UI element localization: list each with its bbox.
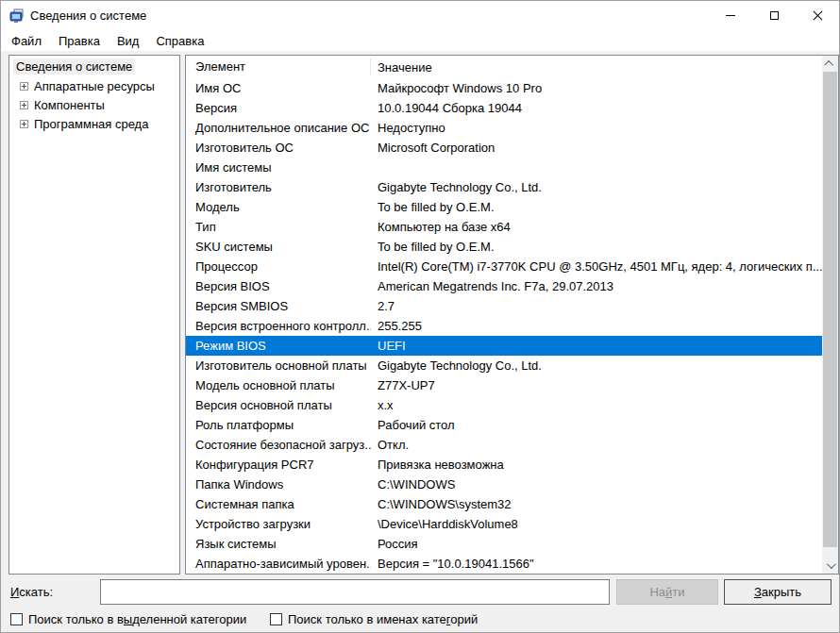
table-row[interactable]: Изготовитель ОСMicrosoft Corporation (186, 138, 822, 158)
table-row[interactable]: МодельTo be filled by O.E.M. (186, 197, 822, 217)
value-cell: C:\WINDOWS (371, 475, 822, 494)
scroll-up-icon[interactable] (822, 56, 838, 72)
tree-item-label: Программная среда (34, 117, 148, 131)
item-cell: Версия (186, 98, 371, 118)
value-cell: Рабочий стол (371, 415, 822, 435)
table-row[interactable]: Аппаратно-зависимый уровен...Версия = "1… (186, 554, 822, 574)
menu-item-1[interactable]: Файл (3, 32, 50, 50)
value-cell: x.x (371, 395, 822, 415)
item-cell: Дополнительное описание ОС (186, 118, 371, 138)
item-cell: Имя системы (186, 158, 371, 177)
value-cell: \Device\HarddiskVolume8 (371, 514, 822, 534)
item-cell: Язык системы (186, 534, 371, 554)
checkbox-selected-category[interactable] (10, 613, 23, 625)
search-label: Искать: (10, 585, 53, 599)
table-row[interactable]: Версия SMBIOS2.7 (186, 296, 822, 316)
table-row[interactable]: Режим BIOSUEFI (186, 336, 822, 356)
title-bar: Сведения о системе (1, 1, 839, 30)
system-info-window: Сведения о системе ФайлПравкаВидСправка … (0, 0, 840, 633)
table-row[interactable]: Версия встроенного контролл...255.255 (186, 316, 822, 336)
label-text: деленной категории (132, 612, 246, 626)
expand-plus-icon[interactable] (20, 82, 28, 91)
label-text: ы (124, 612, 132, 626)
system-summary-panel: Элемент Значение Имя ОСМайкрософт Window… (185, 55, 839, 575)
summary-table: Элемент Значение Имя ОСМайкрософт Window… (186, 56, 822, 574)
maximize-button[interactable] (752, 1, 796, 30)
value-cell: Z77X-UP7 (371, 375, 822, 395)
table-row[interactable]: Модель основной платыZ77X-UP7 (186, 375, 822, 395)
item-cell: Модель основной платы (186, 375, 371, 395)
item-cell: Изготовитель (186, 177, 371, 197)
category-tree-panel: Сведения о системе Аппаратные ресурсыКом… (8, 55, 180, 575)
tree-item-system-info[interactable]: Сведения о системе (13, 58, 135, 75)
item-cell: Конфигурация PCR7 (186, 455, 371, 475)
close-button[interactable] (796, 1, 839, 30)
table-row[interactable]: Дополнительное описание ОСНедоступно (186, 118, 822, 138)
value-cell: To be filled by O.E.M. (371, 237, 822, 257)
search-input[interactable] (100, 579, 610, 605)
table-row[interactable]: Состояние безопасной загруз...Откл. (186, 435, 822, 455)
table-row[interactable]: Папка WindowsC:\WINDOWS (186, 475, 822, 494)
item-cell: Модель (186, 197, 371, 217)
table-body: Имя ОСМайкрософт Windows 10 ProВерсия10.… (186, 78, 822, 574)
label-text: орий (450, 612, 478, 626)
value-cell: Привязка невозможна (371, 455, 822, 475)
item-cell: Версия основной платы (186, 395, 371, 415)
table-row[interactable]: Версия основной платыx.x (186, 395, 822, 415)
label-text: ти (672, 585, 684, 599)
scrollbar-thumb[interactable] (823, 72, 837, 547)
value-cell: Компьютер на базе x64 (371, 217, 822, 237)
item-cell: Аппаратно-зависимый уровен... (186, 554, 371, 574)
item-cell: Системная папка (186, 494, 371, 514)
table-row[interactable]: Версия10.0.19044 Сборка 19044 (186, 98, 822, 118)
table-row[interactable]: Язык системыРоссия (186, 534, 822, 554)
table-row[interactable]: ПроцессорIntel(R) Core(TM) i7-3770K CPU … (186, 257, 822, 276)
checkbox-category-names-label: Поиск только в именах категорий (288, 612, 478, 626)
label-text: Поиск только в именах кате (288, 612, 446, 626)
vertical-scrollbar[interactable] (822, 56, 838, 574)
close-dialog-button[interactable]: Закрыть (724, 579, 832, 605)
scroll-down-icon[interactable] (822, 558, 838, 574)
value-cell: To be filled by O.E.M. (371, 197, 822, 217)
column-header-item[interactable]: Элемент (186, 58, 371, 75)
checkbox-category-names[interactable] (270, 613, 282, 625)
label-text: акрыть (762, 585, 801, 599)
maximize-icon (770, 11, 779, 20)
minimize-button[interactable] (709, 1, 752, 30)
table-row[interactable]: Версия BIOSAmerican Megatrends Inc. F7a,… (186, 276, 822, 296)
item-cell: Устройство загрузки (186, 514, 371, 534)
table-row[interactable]: Системная папкаC:\WINDOWS\system32 (186, 494, 822, 514)
item-cell: Папка Windows (186, 475, 371, 494)
table-row[interactable]: SKU системыTo be filled by O.E.M. (186, 237, 822, 257)
tree-item-3[interactable]: Программная среда (12, 114, 179, 133)
table-row[interactable]: Роль платформыРабочий стол (186, 415, 822, 435)
table-row[interactable]: Имя системы (186, 158, 822, 177)
window-title: Сведения о системе (30, 8, 146, 23)
value-cell: Intel(R) Core(TM) i7-3770K CPU @ 3.50GHz… (371, 257, 822, 276)
item-cell: SKU системы (186, 237, 371, 257)
menu-item-2[interactable]: Правка (50, 32, 109, 50)
table-row[interactable]: Устройство загрузки\Device\HarddiskVolum… (186, 514, 822, 534)
table-row[interactable]: ТипКомпьютер на базе x64 (186, 217, 822, 237)
expand-plus-icon[interactable] (20, 120, 28, 128)
item-cell: Тип (186, 217, 371, 237)
item-cell: Версия встроенного контролл... (186, 316, 371, 336)
tree-item-1[interactable]: Аппаратные ресурсы (12, 76, 179, 95)
value-cell: 2.7 (371, 296, 822, 316)
expand-plus-icon[interactable] (20, 101, 28, 109)
table-row[interactable]: Конфигурация PCR7Привязка невозможна (186, 455, 822, 475)
window-controls (709, 1, 839, 30)
value-cell: Россия (371, 534, 822, 554)
menu-item-4[interactable]: Справка (147, 32, 212, 50)
table-row[interactable]: ИзготовительGigabyte Technology Co., Ltd… (186, 177, 822, 197)
tree-item-2[interactable]: Компоненты (12, 95, 179, 114)
find-button[interactable]: Найти (616, 579, 718, 605)
value-cell (371, 158, 822, 177)
checkbox-selected-category-label: Поиск только в выделенной категории (28, 612, 246, 626)
table-row[interactable]: Изготовитель основной платыGigabyte Tech… (186, 356, 822, 375)
column-header-value[interactable]: Значение (371, 60, 822, 75)
menu-item-3[interactable]: Вид (109, 32, 148, 50)
value-cell: Microsoft Corporation (371, 138, 822, 158)
table-row[interactable]: Имя ОСМайкрософт Windows 10 Pro (186, 78, 822, 98)
item-cell: Состояние безопасной загруз... (186, 435, 371, 455)
